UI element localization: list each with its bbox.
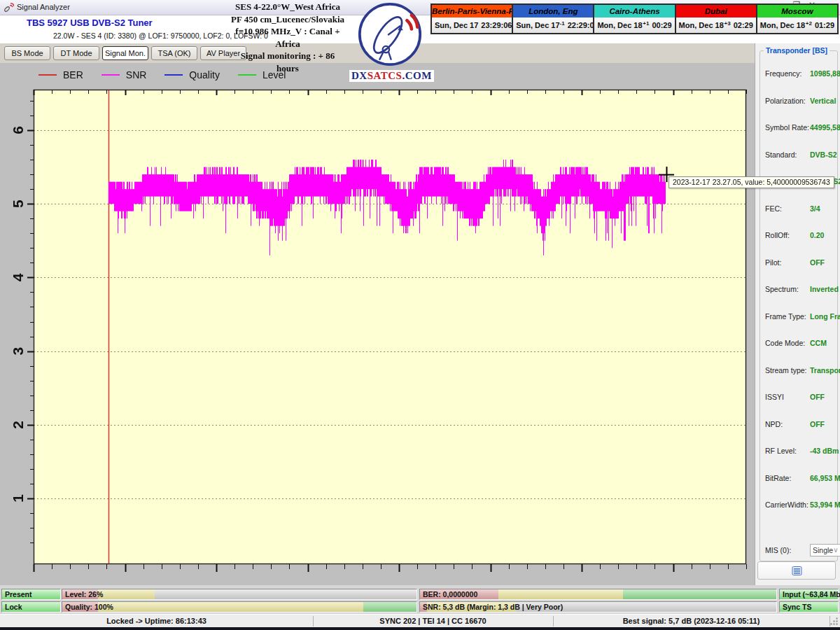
clock-moscow: Moscow Mon, Dec 18 +2 01:29 <box>756 5 837 33</box>
row-frequency: Frequency:10985,889 MHz <box>765 60 836 88</box>
row-frame-type: Frame Type:Long Frame <box>765 303 836 330</box>
progress-segment <box>98 602 364 612</box>
signal-chart-panel: BER SNR Quality Level <box>0 63 755 585</box>
tab-signal-mon[interactable]: Signal Mon. <box>102 46 148 60</box>
clock-city-label: Berlin-Paris-Vienna-Roma <box>432 5 512 18</box>
progress-segment <box>363 602 416 612</box>
status-bar: Locked -> Uptime: 86:13:43 SYNC 202 | TE… <box>0 614 840 627</box>
progress-segment <box>623 589 776 599</box>
row-polarization: Polarization:Vertical <box>765 88 836 115</box>
row-pilot: Pilot:OFF <box>765 249 836 276</box>
progress-segment <box>98 589 155 599</box>
lock-indicator: Lock <box>1 601 61 612</box>
tab-tsa[interactable]: TSA (OK) <box>151 46 197 60</box>
clock-utc-offset: +3 <box>724 20 734 27</box>
clock-date: Sun, Dec 17 <box>435 21 478 29</box>
row-stream-type: Stream type:Transport <box>765 357 836 384</box>
clock-cairo: Cairo-Athens Mon, Dec 18 +1 00:29 <box>593 5 674 33</box>
clock-date: Sun, Dec 17 <box>516 21 559 29</box>
transponder-rows: Frequency:10985,889 MHz Polarization:Ver… <box>765 60 836 564</box>
world-clocks: Berlin-Paris-Vienna-Roma Sun, Dec 17 23:… <box>430 4 839 34</box>
mis-dropdown[interactable]: Single∨ <box>810 544 840 556</box>
clock-date: Mon, Dec 18 <box>760 21 805 29</box>
level-progressbar: Level: 26% <box>62 589 417 600</box>
note-line: PF 450 cm_Lucenec/Slovakia <box>231 13 344 26</box>
window-bottom-edge <box>0 627 840 630</box>
app-icon <box>4 2 14 15</box>
quality-line-swatch <box>164 74 183 76</box>
satellite-dish-logo-icon <box>357 2 423 66</box>
clock-berlin: Berlin-Paris-Vienna-Roma Sun, Dec 17 23:… <box>432 5 512 33</box>
status-separator <box>553 616 554 626</box>
present-indicator: Present <box>1 589 61 600</box>
tab-bs-mode[interactable]: BS Mode <box>4 46 50 60</box>
row-bitrate: BitRate:66,953 Mbit/s <box>765 465 836 492</box>
row-rolloff: RollOff:0.20 <box>765 222 836 249</box>
level-line-swatch <box>238 74 256 76</box>
clock-time: 01:29 <box>815 21 834 29</box>
row-code-mode: Code Mode:CCM <box>765 330 836 357</box>
resize-grip[interactable] <box>830 617 839 626</box>
clock-time: 02:29 <box>734 21 753 29</box>
legend-item-ber: BER <box>38 69 83 80</box>
clock-london: London, Eng Sun, Dec 17 -1 22:29:06 <box>512 5 593 33</box>
snr-chart-plot[interactable] <box>0 63 755 585</box>
best-signal-status: Best signal: 5,7 dB (2023-12-16 05:11) <box>553 615 830 628</box>
note-line: SES 4-22.0°W_West Africa <box>231 1 344 13</box>
row-mis: MIS (0): Single∨ <box>765 537 836 564</box>
tuner-title: TBS 5927 USB DVB-S2 Tuner <box>27 18 153 28</box>
legend-item-snr: SNR <box>102 69 147 80</box>
ts-details-button[interactable] <box>757 561 836 580</box>
clock-time: 00:29 <box>652 21 671 29</box>
row-spectrum: Spectrum:Inverted <box>765 276 836 303</box>
dxsatcs-logo: DXSATCS.COM <box>349 2 430 82</box>
clock-city-label: Moscow <box>757 5 837 18</box>
uptime-status: Locked -> Uptime: 86:13:43 <box>0 615 313 628</box>
clock-utc-offset: +1 <box>643 20 652 27</box>
input-rate-indicator: Input (~63,84 Mbps) <box>779 589 839 600</box>
row-standard: Standard:DVB-S2 <box>765 141 836 169</box>
transponder-panel: Transponder [BS] Frequency:10985,889 MHz… <box>755 43 840 585</box>
sync-status: SYNC 202 | TEI 14 | CC 16670 <box>313 615 553 628</box>
list-icon <box>792 566 802 575</box>
clock-date: Mon, Dec 18 <box>597 21 642 29</box>
row-carrier-width: CarrierWidth:53,994 MHz <box>765 491 836 519</box>
clock-city-label: London, Eng <box>513 5 593 18</box>
chart-legend: BER SNR Quality Level <box>38 69 286 80</box>
note-line: f=10 986 MHz_V : Canal + Africa <box>231 25 344 50</box>
clock-utc-offset: +2 <box>805 20 815 27</box>
ber-line-swatch <box>38 74 57 76</box>
quality-progressbar: Quality: 100% <box>62 601 417 612</box>
transponder-title: Transponder [BS] <box>764 46 830 55</box>
row-issyi: ISSYIOFF <box>765 384 836 411</box>
row-symbol-rate: Symbol Rate:44995,584 KS/s <box>765 114 836 141</box>
clock-utc-offset: -1 <box>560 20 568 27</box>
row-rf-level: RF Level:-43 dBm <box>765 438 836 465</box>
snr-line-swatch <box>102 74 120 76</box>
status-separator <box>313 616 314 626</box>
chevron-down-icon: ∨ <box>833 546 838 554</box>
clock-city-label: Cairo-Athens <box>594 5 674 18</box>
clock-city-label: Dubai <box>676 5 756 18</box>
monitoring-notes: SES 4-22.0°W_West Africa PF 450 cm_Lucen… <box>231 1 344 74</box>
clock-date: Mon, Dec 18 <box>679 21 724 29</box>
progress-segment <box>498 589 623 599</box>
clock-time: 23:29:06 <box>481 21 512 29</box>
ber-progressbar: BER: 0,0000000 <box>419 589 777 600</box>
chart-value-tooltip: 2023-12-17 23.27.05, value: 5,4000000953… <box>668 176 834 188</box>
logo-text: DXSATCS.COM <box>349 70 434 82</box>
legend-item-level: Level <box>238 69 286 80</box>
legend-item-quality: Quality <box>164 69 220 80</box>
snr-progressbar: SNR: 5,3 dB (Margin: 1,3 dB | Very Poor) <box>419 601 777 612</box>
row-fec: FEC:3/4 <box>765 195 836 223</box>
window-title: Signal Analyzer <box>17 3 70 11</box>
clock-dubai: Dubai Mon, Dec 18 +3 02:29 <box>675 5 756 33</box>
tab-dt-mode[interactable]: DT Mode <box>53 46 99 60</box>
transponder-groupbox: Transponder [BS] Frequency:10985,889 MHz… <box>760 50 838 561</box>
row-npd: NPD:OFF <box>765 411 836 438</box>
sync-ts-indicator: Sync TS <box>779 601 839 612</box>
